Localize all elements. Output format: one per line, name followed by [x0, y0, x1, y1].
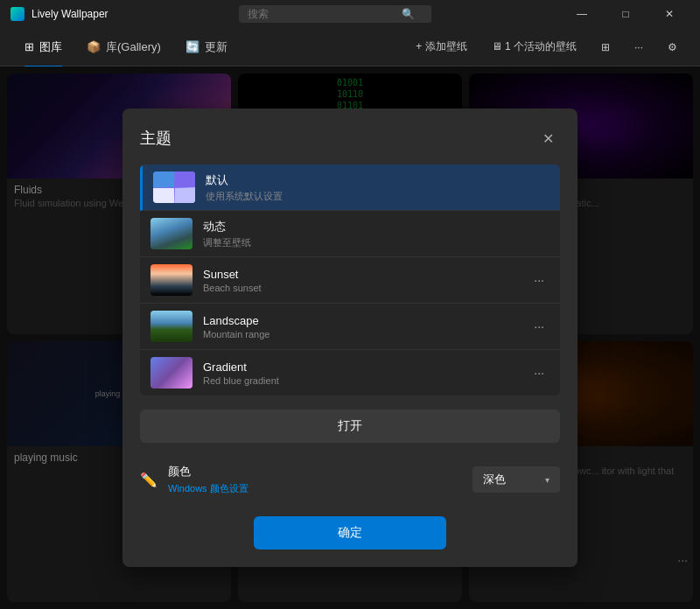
search-input[interactable] — [248, 8, 396, 20]
theme-more-gradient[interactable]: ··· — [528, 364, 550, 382]
chevron-down-icon: ▾ — [545, 475, 550, 485]
open-button[interactable]: 打开 — [140, 410, 560, 443]
grid-icon: ⊞ — [24, 40, 34, 53]
titlebar: Lively Wallpaper 🔍 — □ ✕ — [0, 0, 700, 28]
titlebar-left: Lively Wallpaper — [10, 7, 108, 21]
theme-item-landscape[interactable]: Landscape Mountain range ··· — [140, 304, 560, 350]
theme-thumb-gradient — [150, 357, 192, 388]
color-select-dropdown[interactable]: 深色 ▾ — [472, 466, 560, 493]
color-label-group: 颜色 Windows 颜色设置 — [168, 464, 462, 495]
theme-dialog: 主题 ✕ 默认 使用系统默认设置 动态 — [122, 108, 578, 567]
nav-gallery-label: 图库 — [39, 39, 62, 55]
update-icon: 🔄 — [186, 40, 200, 53]
windows-color-settings-link[interactable]: Windows 颜色设置 — [168, 483, 248, 494]
app-icon — [10, 7, 24, 21]
theme-info-default: 默认 使用系统默认设置 — [206, 172, 550, 203]
theme-list: 默认 使用系统默认设置 动态 调整至壁纸 Sunset Beach sunset — [140, 164, 560, 396]
nav-right: + 添加壁纸 🖥 1 个活动的壁纸 ⊞ ··· ⚙ — [407, 35, 686, 59]
theme-thumb-sunset — [150, 264, 192, 296]
theme-name-sunset: Sunset — [203, 268, 518, 281]
theme-more-sunset[interactable]: ··· — [528, 271, 550, 289]
theme-name-dynamic: 动态 — [203, 219, 550, 234]
nav-left: ⊞ 图库 📦 库(Gallery) 🔄 更新 — [14, 34, 238, 60]
theme-name-default: 默认 — [206, 172, 550, 188]
theme-item-sunset[interactable]: Sunset Beach sunset ··· — [140, 257, 560, 304]
theme-thumb-landscape — [150, 311, 192, 342]
titlebar-center: 🔍 — [108, 5, 562, 23]
theme-name-landscape: Landscape — [203, 314, 518, 327]
theme-sub-landscape: Mountain range — [203, 329, 518, 340]
theme-info-dynamic: 动态 调整至壁纸 — [203, 219, 550, 249]
theme-item-gradient[interactable]: Gradient Red blue gradient ··· — [140, 350, 560, 396]
app-title: Lively Wallpaper — [32, 8, 108, 20]
dialog-close-button[interactable]: ✕ — [536, 126, 560, 150]
color-label: 颜色 — [168, 464, 462, 480]
nav-library-label: 库(Gallery) — [106, 39, 161, 55]
add-wallpaper-button[interactable]: + 添加壁纸 — [407, 35, 475, 59]
maximize-button[interactable]: □ — [606, 0, 646, 28]
more-button[interactable]: ··· — [626, 37, 652, 58]
theme-item-dynamic[interactable]: 动态 调整至壁纸 — [140, 211, 560, 257]
library-icon: 📦 — [87, 40, 101, 53]
color-section: ✏️ 颜色 Windows 颜色设置 深色 ▾ — [140, 457, 560, 502]
theme-sub-default: 使用系统默认设置 — [206, 190, 550, 203]
layout-button[interactable]: ⊞ — [592, 37, 619, 58]
theme-sub-gradient: Red blue gradient — [203, 375, 518, 386]
search-icon: 🔍 — [402, 8, 415, 20]
dialog-title: 主题 — [140, 128, 172, 149]
theme-info-gradient: Gradient Red blue gradient — [203, 360, 518, 386]
titlebar-controls: — □ ✕ — [562, 0, 690, 28]
color-select-value: 深色 — [483, 472, 506, 487]
close-button[interactable]: ✕ — [649, 0, 690, 28]
theme-sub-sunset: Beach sunset — [203, 283, 518, 293]
nav-item-gallery[interactable]: ⊞ 图库 — [14, 34, 73, 60]
theme-info-sunset: Sunset Beach sunset — [203, 268, 518, 293]
dialog-header: 主题 ✕ — [140, 126, 560, 150]
theme-info-landscape: Landscape Mountain range — [203, 314, 518, 340]
main-area: Fluids Fluid simulation using Web... sys… — [0, 66, 700, 609]
theme-more-landscape[interactable]: ··· — [528, 318, 550, 335]
theme-item-default[interactable]: 默认 使用系统默认设置 — [140, 164, 560, 211]
nav-item-library[interactable]: 📦 库(Gallery) — [76, 34, 172, 60]
settings-button[interactable]: ⚙ — [659, 37, 686, 58]
nav-item-update[interactable]: 🔄 更新 — [175, 34, 238, 60]
theme-sub-dynamic: 调整至壁纸 — [203, 236, 550, 249]
navbar: ⊞ 图库 📦 库(Gallery) 🔄 更新 + 添加壁纸 🖥 1 个活动的壁纸… — [0, 28, 700, 66]
theme-thumb-default — [153, 172, 195, 203]
theme-thumb-dynamic — [150, 218, 192, 249]
theme-name-gradient: Gradient — [203, 360, 518, 374]
confirm-button[interactable]: 确定 — [254, 516, 446, 550]
active-wallpaper-button[interactable]: 🖥 1 个活动的壁纸 — [483, 35, 585, 59]
minimize-button[interactable]: — — [562, 0, 602, 28]
nav-update-label: 更新 — [205, 39, 228, 55]
search-box[interactable]: 🔍 — [239, 5, 431, 23]
paint-brush-icon: ✏️ — [140, 472, 158, 488]
